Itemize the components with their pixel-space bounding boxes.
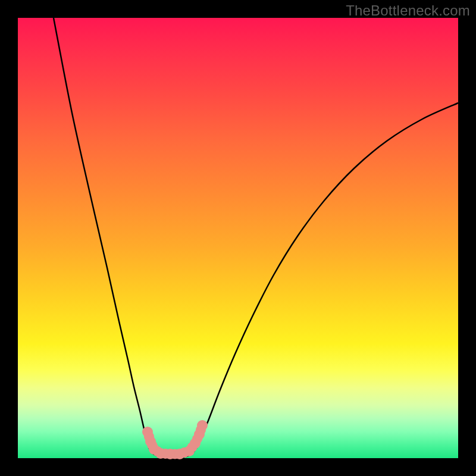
marker-group — [142, 420, 208, 459]
curve-marker — [174, 449, 185, 459]
curve-marker — [155, 448, 166, 459]
curve-layer — [18, 18, 458, 458]
curve-marker — [165, 449, 176, 459]
curve-marker — [142, 427, 153, 437]
plot-area — [18, 18, 458, 458]
bottleneck-curve — [54, 18, 458, 458]
curve-marker — [197, 420, 208, 431]
watermark-text: TheBottleneck.com — [346, 2, 470, 19]
chart-frame: TheBottleneck.com — [0, 0, 476, 476]
